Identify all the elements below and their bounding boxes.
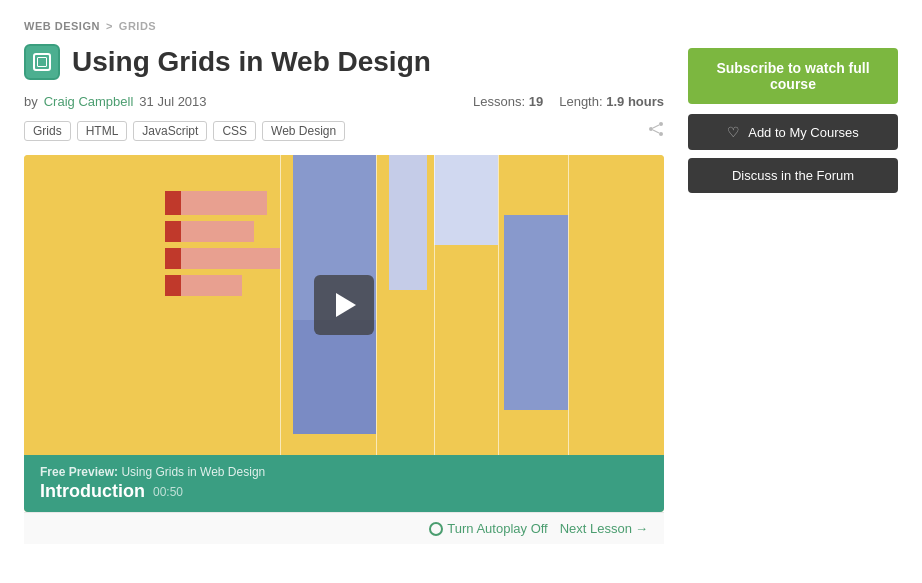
length-value: 1.9 hours bbox=[606, 94, 664, 109]
breadcrumb-current: GRIDS bbox=[119, 20, 156, 32]
by-label: by bbox=[24, 94, 38, 109]
sidebar: Subscribe to watch full course ♡ Add to … bbox=[688, 44, 898, 201]
title-row: Using Grids in Web Design bbox=[24, 44, 664, 80]
svg-point-2 bbox=[659, 132, 663, 136]
next-lesson-link[interactable]: Next Lesson → bbox=[560, 521, 648, 536]
tag-css[interactable]: CSS bbox=[213, 121, 256, 141]
add-to-courses-button[interactable]: ♡ Add to My Courses bbox=[688, 114, 898, 150]
svg-line-3 bbox=[653, 125, 659, 128]
svg-line-4 bbox=[653, 130, 659, 133]
course-icon bbox=[24, 44, 60, 80]
lessons-meta: Lessons: 19 bbox=[473, 94, 543, 109]
lesson-duration: 00:50 bbox=[153, 485, 183, 499]
tag-javascript[interactable]: JavaScript bbox=[133, 121, 207, 141]
tags-row: Grids HTML JavaScript CSS Web Design bbox=[24, 121, 664, 141]
autoplay-icon bbox=[429, 522, 443, 536]
video-bottom-bar: Free Preview: Using Grids in Web Design … bbox=[24, 455, 664, 512]
tag-grids[interactable]: Grids bbox=[24, 121, 71, 141]
lesson-title-row: Introduction 00:50 bbox=[40, 481, 648, 502]
autoplay-label: Turn Autoplay Off bbox=[447, 521, 547, 536]
author-link[interactable]: Craig Campbell bbox=[44, 94, 134, 109]
free-preview-label: Free Preview: Using Grids in Web Design bbox=[40, 465, 648, 479]
breadcrumb-parent-link[interactable]: WEB DESIGN bbox=[24, 20, 100, 32]
free-preview-title: Using Grids in Web Design bbox=[121, 465, 265, 479]
bottom-strip: Turn Autoplay Off Next Lesson → bbox=[24, 512, 664, 544]
tag-webdesign[interactable]: Web Design bbox=[262, 121, 345, 141]
play-triangle-icon bbox=[336, 293, 356, 317]
svg-point-1 bbox=[649, 127, 653, 131]
autoplay-toggle[interactable]: Turn Autoplay Off bbox=[429, 521, 547, 536]
video-canvas bbox=[24, 155, 664, 455]
subscribe-button[interactable]: Subscribe to watch full course bbox=[688, 48, 898, 104]
lesson-title: Introduction bbox=[40, 481, 145, 502]
forum-button[interactable]: Discuss in the Forum bbox=[688, 158, 898, 193]
tag-html[interactable]: HTML bbox=[77, 121, 128, 141]
content-area: Using Grids in Web Design by Craig Campb… bbox=[24, 44, 664, 544]
breadcrumb-separator: > bbox=[106, 20, 113, 32]
share-icon[interactable] bbox=[648, 121, 664, 141]
heart-icon: ♡ bbox=[727, 124, 740, 140]
course-date: 31 Jul 2013 bbox=[139, 94, 206, 109]
svg-point-0 bbox=[659, 122, 663, 126]
breadcrumb: WEB DESIGN > GRIDS bbox=[24, 20, 898, 32]
video-player[interactable]: Free Preview: Using Grids in Web Design … bbox=[24, 155, 664, 512]
lessons-label: Lessons: bbox=[473, 94, 525, 109]
lessons-count: 19 bbox=[529, 94, 543, 109]
meta-row: by Craig Campbell 31 Jul 2013 Lessons: 1… bbox=[24, 94, 664, 109]
free-preview-strong: Free Preview: bbox=[40, 465, 118, 479]
add-courses-label: Add to My Courses bbox=[748, 125, 859, 140]
page-title: Using Grids in Web Design bbox=[72, 45, 431, 79]
play-button[interactable] bbox=[314, 275, 374, 335]
meta-right: Lessons: 19 Length: 1.9 hours bbox=[473, 94, 664, 109]
next-arrow-icon: → bbox=[635, 521, 648, 536]
next-lesson-label: Next Lesson bbox=[560, 521, 632, 536]
course-icon-inner bbox=[33, 53, 51, 71]
length-meta: Length: 1.9 hours bbox=[559, 94, 664, 109]
length-label: Length: bbox=[559, 94, 602, 109]
meta-left: by Craig Campbell 31 Jul 2013 bbox=[24, 94, 207, 109]
